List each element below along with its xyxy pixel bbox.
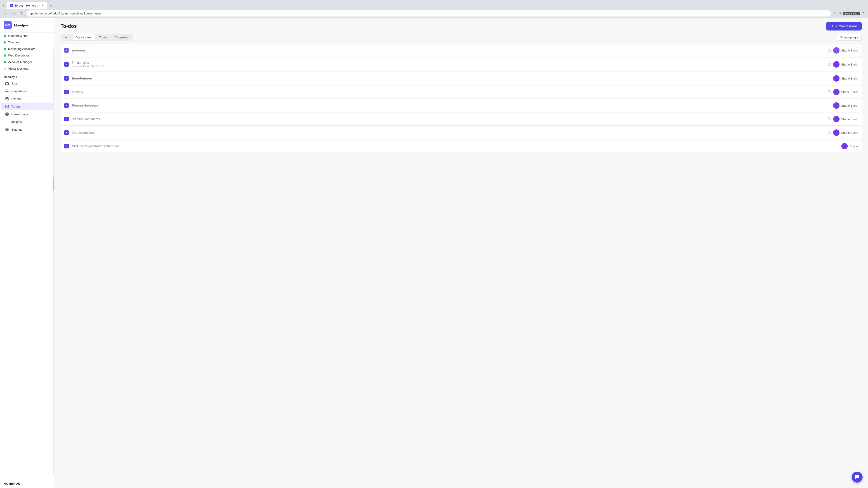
org-avatar: MM — [4, 21, 12, 29]
todo-right: Shane Smith — [833, 75, 858, 82]
filter-tab-your-todos[interactable]: Your to-dos — [72, 34, 95, 40]
job-label: Account Manager — [8, 60, 32, 64]
avatar — [833, 61, 839, 68]
todo-list: ✓ tomorrow Shane Smith — [54, 44, 868, 488]
note-icon — [828, 117, 831, 121]
todo-checkbox[interactable]: ✓ — [64, 76, 69, 80]
nav-item-todos[interactable]: To-dos — [1, 103, 53, 110]
todo-checkbox[interactable]: ✓ — [64, 62, 69, 67]
main-content: To-dos ＋ + Create to-do All Your to-dos … — [54, 18, 868, 488]
check-icon: ✓ — [65, 104, 68, 107]
forward-button[interactable]: → — [11, 11, 17, 17]
nav-section-chevron: ▾ — [16, 75, 17, 78]
job-status-dot — [4, 48, 6, 50]
tab-nav-prev[interactable]: ‹ — [2, 3, 6, 8]
todo-checkbox[interactable]: ✓ — [64, 144, 69, 149]
sidebar-item-web-developer[interactable]: Web Developer — [0, 52, 54, 59]
job-status-dot — [4, 55, 6, 57]
create-todo-button[interactable]: ＋ + Create to-do — [826, 22, 862, 31]
chat-bubble[interactable] — [852, 472, 863, 483]
sidebar-scrollbar[interactable] — [53, 50, 54, 475]
todo-right: Shane Smith — [833, 102, 858, 109]
note-icon — [828, 63, 831, 66]
todo-right: Shane Smith — [828, 129, 858, 136]
main-header: To-dos ＋ + Create to-do — [54, 18, 868, 34]
sidebar-header: MM Moodjoy ▾ — [0, 18, 54, 33]
tab-bar: ‹ H To-dos - Homerun × + — [0, 0, 868, 9]
nav-item-events[interactable]: Events — [1, 95, 53, 103]
active-tab[interactable]: H To-dos - Homerun × — [6, 2, 47, 9]
grouping-dropdown[interactable]: No grouping ▾ — [837, 34, 862, 41]
todo-checkbox[interactable]: ✓ — [64, 90, 69, 94]
app-layout: MM Moodjoy ▾ Content Writer Teacher Mark… — [0, 18, 868, 488]
assignee-name: Shane Smith — [841, 90, 858, 94]
note-icon — [828, 90, 831, 94]
sidebar-item-content-writer[interactable]: Content Writer — [0, 33, 54, 39]
back-button[interactable]: ← — [3, 11, 9, 17]
todo-item: ✓ Sign the documents Shane — [61, 113, 862, 126]
refresh-button[interactable]: ↻ — [19, 10, 25, 17]
filter-tab-completed[interactable]: Completed — [111, 34, 133, 40]
url-bar[interactable] — [26, 10, 831, 17]
nav-item-insights[interactable]: Insights — [1, 118, 53, 126]
todo-item: ✓ Release the docus Shane Smith — [61, 99, 862, 112]
org-dropdown-button[interactable]: ▾ — [30, 23, 33, 27]
nav-item-jobs[interactable]: Jobs — [1, 79, 53, 87]
sidebar-item-marketing-associate[interactable]: Marketing Associate — [0, 46, 54, 52]
assignee-name: Shane Smith — [841, 104, 858, 107]
job-label: Content Writer — [8, 34, 28, 37]
nav-item-label: Career page — [11, 112, 28, 116]
todo-content: Give instructions — [72, 131, 825, 135]
bookmark-icon[interactable]: ☆ — [833, 11, 836, 15]
briefcase-icon — [5, 81, 9, 86]
sidebar-item-account-manager[interactable]: Account Manager — [0, 59, 54, 65]
svg-rect-6 — [6, 105, 8, 108]
svg-rect-0 — [5, 83, 8, 85]
sidebar: MM Moodjoy ▾ Content Writer Teacher Mark… — [0, 18, 54, 488]
nav-item-career-page[interactable]: Career page — [1, 110, 53, 118]
tab-close-button[interactable]: × — [41, 3, 44, 8]
avatar — [833, 102, 839, 109]
nav-item-candidates[interactable]: Candidates — [1, 87, 53, 95]
filter-tab-all[interactable]: All — [61, 34, 72, 40]
assignee: Shane Smith — [833, 116, 858, 122]
sidebar-item-teacher[interactable]: Teacher — [0, 39, 54, 46]
todo-text: Release the docus — [72, 104, 98, 107]
todo-item: ✓ tomorrow Shane Smith — [61, 44, 862, 57]
menu-icon[interactable]: ⋮ — [862, 11, 865, 15]
filter-tab-todo[interactable]: To-do — [96, 34, 110, 40]
todo-text: tomorrow — [72, 48, 85, 52]
page-title: To-dos — [61, 23, 77, 29]
todo-text: Sign the documents — [72, 117, 100, 121]
assignee: Shane Smith — [833, 102, 858, 109]
address-bar-actions: ☆ ⬚ Incognito (2) ⋮ — [833, 11, 865, 15]
create-btn-label: + Create to-do — [836, 24, 857, 28]
assignee-name: Shane Smith — [841, 77, 858, 80]
note-icon — [828, 131, 831, 135]
todo-checkbox[interactable]: ✓ — [64, 117, 69, 121]
job-status-dot — [4, 68, 6, 70]
todo-item: ✓ Meeting Shane Smith — [61, 86, 862, 98]
todo-text: Give instructions — [72, 131, 95, 134]
job-label: Web Developer — [8, 54, 29, 57]
sidebar-toggle-icon[interactable]: ⬚ — [838, 11, 841, 15]
check-icon: ✓ — [65, 49, 68, 52]
todo-sub: Kimberly Dale Sat Jan 20 — [72, 65, 825, 68]
job-label: Marketing Associate — [8, 47, 35, 51]
todo-checkbox[interactable]: ✓ — [64, 130, 69, 135]
new-tab-button[interactable]: + — [48, 2, 54, 9]
todo-content: Docu Release — [72, 76, 830, 80]
todo-content: tomorrow — [72, 48, 825, 53]
svg-point-1 — [6, 90, 7, 91]
job-label: Teacher — [8, 41, 19, 44]
todo-checkbox[interactable]: ✓ — [64, 103, 69, 108]
todo-item: ✓ Docu Release Shane Smith — [61, 72, 862, 85]
todo-checkbox[interactable]: ✓ — [64, 48, 69, 53]
check-icon: ✓ — [65, 118, 68, 121]
nav-section-label: Moodjoy ▾ — [0, 74, 54, 79]
sidebar-item-visual-designer[interactable]: Visual Designer — [0, 65, 54, 72]
avatar — [833, 129, 839, 136]
nav-item-settings[interactable]: Settings — [1, 126, 53, 133]
todo-content: Click me to get started with to-dos — [72, 144, 838, 148]
todo-right: Shane — [841, 143, 858, 149]
